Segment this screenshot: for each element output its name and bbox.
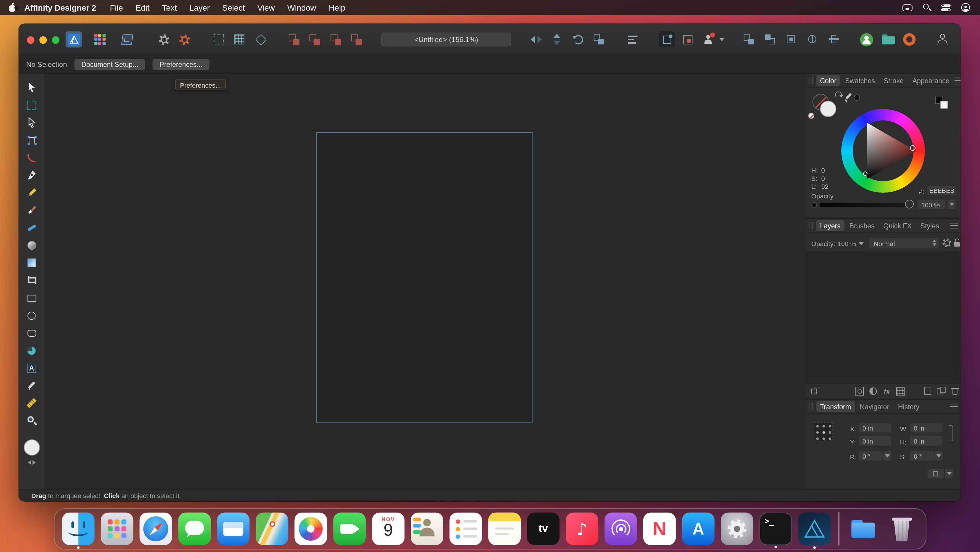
control-center-icon[interactable] xyxy=(941,4,951,11)
fill-color-well[interactable] xyxy=(820,101,836,117)
align-icon[interactable] xyxy=(624,31,641,48)
menu-file[interactable]: File xyxy=(110,3,123,13)
new-group-icon[interactable] xyxy=(937,387,946,396)
account-badge-icon[interactable] xyxy=(858,31,874,48)
color-wheel[interactable] xyxy=(841,109,925,193)
arrange-front-icon[interactable] xyxy=(783,31,800,48)
link-width-height-icon[interactable] xyxy=(949,425,953,441)
pixel-persona-icon[interactable] xyxy=(92,31,108,48)
account-icon[interactable] xyxy=(934,31,951,48)
dock-notes[interactable] xyxy=(488,513,521,545)
fill-tool-icon[interactable] xyxy=(24,238,39,253)
anchor-point-selector[interactable] xyxy=(814,423,832,441)
color-picker-tool-icon[interactable] xyxy=(24,378,39,393)
crop-tool-icon[interactable] xyxy=(24,273,39,288)
text-tool-icon[interactable]: A xyxy=(24,361,39,375)
corner-tool-icon[interactable] xyxy=(24,150,39,165)
tab-quick-fx[interactable]: Quick FX xyxy=(880,220,915,231)
rotation-field[interactable]: 0 ° xyxy=(859,451,882,461)
zoom-button[interactable] xyxy=(52,37,59,44)
document-title-button[interactable]: <Untitled> (156.1%) xyxy=(381,33,511,46)
dock-messages[interactable] xyxy=(178,513,211,545)
tab-navigator[interactable]: Navigator xyxy=(856,401,893,412)
settings-gear-icon[interactable] xyxy=(156,31,172,48)
transform-origin-button[interactable] xyxy=(928,469,944,478)
shear-field[interactable]: 0 ° xyxy=(910,451,934,461)
dock-facetime[interactable] xyxy=(333,513,366,545)
eyedropper-icon[interactable] xyxy=(843,93,854,103)
snap-dots-icon[interactable] xyxy=(211,31,227,48)
tab-brushes[interactable]: Brushes xyxy=(846,220,878,231)
panel-grip-icon[interactable] xyxy=(809,77,813,84)
x-field[interactable]: 0 in xyxy=(859,423,891,433)
tab-styles[interactable]: Styles xyxy=(917,220,943,231)
tab-stroke[interactable]: Stroke xyxy=(880,75,907,86)
blend-mode-select[interactable]: Normal xyxy=(869,238,939,249)
panel-menu-icon[interactable] xyxy=(950,223,958,228)
canvas[interactable]: Preferences... xyxy=(45,74,806,489)
rotate-icon[interactable] xyxy=(570,31,586,48)
h-field[interactable]: 0 in xyxy=(910,436,942,446)
dock-trash[interactable] xyxy=(885,513,918,545)
dock-contacts[interactable] xyxy=(411,513,443,545)
split-view-icon[interactable] xyxy=(826,31,842,48)
dock-mail[interactable] xyxy=(217,513,250,545)
preferences-button[interactable]: Preferences... xyxy=(153,59,209,70)
mask-layer-icon[interactable] xyxy=(855,387,864,396)
replace-selection-icon[interactable] xyxy=(348,31,364,48)
tab-swatches[interactable]: Swatches xyxy=(842,75,879,86)
swap-colors-icon[interactable] xyxy=(28,460,35,465)
dock-news[interactable]: N xyxy=(643,513,676,545)
node-tool-icon[interactable] xyxy=(24,115,39,130)
measure-tool-icon[interactable] xyxy=(24,396,39,411)
dock-reminders[interactable] xyxy=(449,513,482,545)
opacity-slider-track[interactable] xyxy=(819,203,909,207)
new-layer-icon[interactable] xyxy=(924,387,933,396)
dock-music[interactable]: ♪ xyxy=(566,513,598,545)
tab-transform[interactable]: Transform xyxy=(816,401,855,412)
live-filter-icon[interactable] xyxy=(896,387,905,396)
dock-terminal[interactable]: >_ xyxy=(760,513,792,545)
tab-history[interactable]: History xyxy=(894,401,923,412)
close-button[interactable] xyxy=(27,37,34,44)
dock-maps[interactable] xyxy=(256,513,288,545)
user-menu-icon[interactable] xyxy=(961,3,970,12)
snapping-toggle-icon[interactable] xyxy=(659,31,675,48)
layer-list[interactable] xyxy=(806,252,961,384)
default-white-swatch[interactable] xyxy=(940,101,948,108)
tab-layers[interactable]: Layers xyxy=(816,220,845,231)
pen-tool-icon[interactable] xyxy=(24,168,39,183)
donut-icon[interactable] xyxy=(901,31,918,48)
apple-menu-icon[interactable] xyxy=(9,3,17,11)
zoom-tool-icon[interactable] xyxy=(24,413,39,428)
ellipse-tool-icon[interactable] xyxy=(24,308,39,323)
folder-icon[interactable] xyxy=(880,31,896,48)
view-mode-icon[interactable] xyxy=(804,31,821,48)
tab-color[interactable]: Color xyxy=(816,75,840,86)
snap-grid-icon[interactable] xyxy=(231,31,248,48)
opacity-chevron-down-icon[interactable] xyxy=(947,199,955,209)
rounded-rectangle-tool-icon[interactable] xyxy=(24,325,39,341)
assistant-chevron-down-icon[interactable] xyxy=(718,31,726,48)
arrange-backward-icon[interactable] xyxy=(762,31,778,48)
vector-brush-tool-icon[interactable] xyxy=(24,220,39,235)
adjustment-layer-icon[interactable] xyxy=(869,387,878,396)
panel-menu-icon[interactable] xyxy=(955,78,961,83)
shapes-tool-icon[interactable] xyxy=(24,343,39,358)
layer-effects-icon[interactable]: fx xyxy=(882,387,891,396)
blend-mode-stepper[interactable] xyxy=(932,239,936,246)
menu-layer[interactable]: Layer xyxy=(189,3,210,13)
insert-behind-icon[interactable] xyxy=(286,31,302,48)
opacity-value-box[interactable]: 100 % xyxy=(918,199,946,209)
arrange-forward-icon[interactable] xyxy=(741,31,757,48)
pencil-tool-icon[interactable] xyxy=(24,185,39,201)
transform-origin-chevron-down-icon[interactable] xyxy=(945,469,953,478)
move-tool-icon[interactable] xyxy=(24,80,39,95)
minimize-button[interactable] xyxy=(39,37,47,44)
artboard-tool-icon[interactable] xyxy=(24,98,39,113)
menu-select[interactable]: Select xyxy=(222,3,245,13)
menu-edit[interactable]: Edit xyxy=(135,3,150,13)
layer-settings-gear-icon[interactable] xyxy=(942,238,951,247)
panel-grip-icon[interactable] xyxy=(809,222,813,229)
dock-photos[interactable] xyxy=(294,513,327,545)
